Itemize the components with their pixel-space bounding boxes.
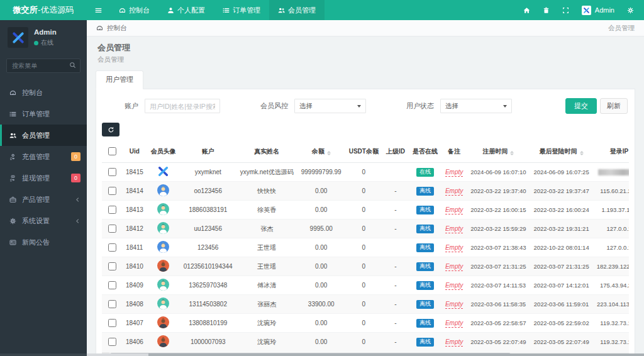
sidebar-item-withdraw[interactable]: 提现管理0 <box>0 167 87 189</box>
table-cell: Empty <box>441 276 467 295</box>
last-login-time-cell: 2022-03-07 21:31:25 <box>530 257 592 276</box>
recharge-icon <box>9 153 16 160</box>
note-editable-link[interactable]: Empty <box>445 263 463 271</box>
row-checkbox[interactable] <box>108 300 116 308</box>
account-search-input[interactable] <box>145 99 220 113</box>
realname-cell: yxymk.net优选源码 <box>236 163 297 182</box>
fullscreen-button[interactable] <box>556 0 575 20</box>
note-editable-link[interactable]: Empty <box>445 244 463 252</box>
row-checkbox[interactable] <box>108 225 116 233</box>
note-editable-link[interactable]: Empty <box>445 338 463 347</box>
column-header[interactable]: 余额 <box>297 140 345 163</box>
nav-item-dashboard[interactable]: 控制台 <box>110 0 158 20</box>
note-editable-link[interactable]: Empty <box>445 225 463 233</box>
sidebar-item-briefcase[interactable]: 产品管理 <box>0 189 87 210</box>
table-cell <box>147 201 180 220</box>
login-ip-cell: 127.0.0.1 <box>593 220 629 238</box>
balance-cell: 0.00 <box>297 201 345 220</box>
parent-id-cell: - <box>382 295 409 314</box>
risk-select[interactable]: 选择 <box>294 99 366 113</box>
sort-icon[interactable] <box>510 151 514 156</box>
submit-button[interactable]: 提交 <box>565 98 597 114</box>
table-row: 184061000007093沈琬玲0.000-离线Empty2022-03-0… <box>102 333 629 352</box>
profile-block[interactable]: Admin 在线 <box>0 20 87 53</box>
note-editable-link[interactable]: Empty <box>445 187 463 196</box>
row-checkbox[interactable] <box>108 319 116 327</box>
settings-button[interactable] <box>621 0 640 20</box>
sidebar-item-news[interactable]: 新闻公告 <box>0 231 87 253</box>
refresh-button[interactable]: 刷新 <box>600 98 628 114</box>
balance-cell: 9995.00 <box>297 220 345 238</box>
uid-cell: 18411 <box>122 238 147 257</box>
sidebar-item-users[interactable]: 会员管理 <box>0 125 87 146</box>
balance-cell: 33900.00 <box>297 295 345 314</box>
caret-down-icon <box>503 105 507 108</box>
sidebar-item-gear[interactable]: 系统设置 <box>0 210 87 231</box>
sidebar-toggle-button[interactable] <box>87 0 110 20</box>
column-header[interactable]: 注册时间 <box>467 140 530 163</box>
sidebar-item-recharge[interactable]: 充值管理0 <box>0 146 87 167</box>
gear-icon <box>9 218 16 225</box>
column-header-label: 最后登陆时间 <box>540 148 577 155</box>
note-editable-link[interactable]: Empty <box>445 169 463 177</box>
tab-user-management[interactable]: 用户管理 <box>96 70 143 89</box>
row-checkbox[interactable] <box>108 206 116 214</box>
nav-item-users[interactable]: 会员管理 <box>269 0 325 20</box>
chevron-left-icon <box>75 218 80 224</box>
window-bottom-edge <box>0 353 644 356</box>
sidebar-badge: 0 <box>71 174 80 182</box>
online-badge: 离线 <box>416 338 434 347</box>
column-header-label: 备注 <box>448 148 460 155</box>
parent-id-cell: - <box>382 182 409 201</box>
online-badge: 在线 <box>416 168 434 177</box>
search-icon[interactable] <box>69 62 76 69</box>
select-all-checkbox[interactable] <box>108 147 116 155</box>
parent-id-cell: - <box>382 333 409 352</box>
clear-cache-button[interactable] <box>536 0 556 20</box>
sidebar-item-list[interactable]: 订单管理 <box>0 103 87 125</box>
table-cell: 离线 <box>409 220 441 238</box>
member-avatar <box>157 279 169 291</box>
note-editable-link[interactable]: Empty <box>445 206 463 214</box>
content-panel: 账户 会员风控 选择 用户状态 选择 提交 刷新 <box>96 89 635 353</box>
table-cell: 离线 <box>409 295 441 314</box>
last-login-time-cell: 2022-03-22 16:00:24 <box>530 201 592 220</box>
breadcrumb-left[interactable]: 控制台 <box>107 24 127 33</box>
account-label: 账户 <box>125 101 138 111</box>
sidebar-item-label: 提现管理 <box>22 174 50 183</box>
status-select[interactable]: 选择 <box>440 99 512 113</box>
table-header-row: Uid会员头像账户真实姓名余额USDT余额上级ID是否在线备注注册时间最后登陆时… <box>102 140 629 163</box>
sidebar-item-dashboard[interactable]: 控制台 <box>0 82 87 103</box>
table-cell: Empty <box>441 182 467 201</box>
row-checkbox[interactable] <box>108 281 116 289</box>
row-checkbox[interactable] <box>108 338 116 346</box>
sort-icon[interactable] <box>580 151 584 156</box>
home-icon <box>523 7 530 14</box>
column-header-label: Uid <box>130 148 140 155</box>
nav-item-label: 控制台 <box>129 6 150 15</box>
home-button[interactable] <box>517 0 536 20</box>
row-checkbox[interactable] <box>108 262 116 270</box>
row-checkbox[interactable] <box>108 168 116 176</box>
profile-avatar <box>8 27 28 48</box>
note-editable-link[interactable]: Empty <box>445 320 463 328</box>
user-menu[interactable]: Admin <box>575 0 621 20</box>
table-refresh-button[interactable] <box>102 123 119 136</box>
row-checkbox[interactable] <box>108 187 116 195</box>
top-menu: 控制台个人配置订单管理会员管理 <box>110 0 325 20</box>
sort-icon[interactable] <box>327 151 331 156</box>
note-editable-link[interactable]: Empty <box>445 282 463 290</box>
nav-item-list[interactable]: 订单管理 <box>214 0 269 20</box>
note-editable-link[interactable]: Empty <box>445 301 463 309</box>
table-cell <box>102 201 122 220</box>
nav-item-user[interactable]: 个人配置 <box>158 0 214 20</box>
online-badge: 离线 <box>416 206 434 214</box>
row-checkbox[interactable] <box>108 243 116 252</box>
table-cell <box>102 220 122 238</box>
usdt-cell: 0 <box>345 276 382 295</box>
login-ip-cell: 223.104.113.141 <box>593 295 629 314</box>
column-header[interactable]: 最后登陆时间 <box>530 140 592 163</box>
online-dot <box>34 41 38 45</box>
realname-cell: 张丽杰 <box>236 295 297 314</box>
column-header[interactable] <box>102 140 122 163</box>
